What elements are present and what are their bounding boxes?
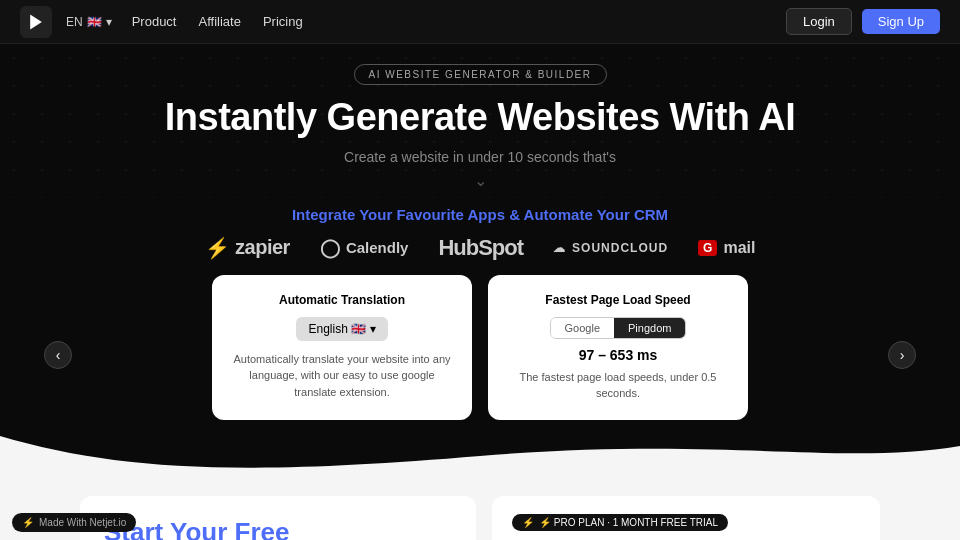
logos-row: ⚡zapier ◯ Calendly HubSpot ☁ SOUNDCLOUD … [0, 235, 960, 261]
navbar: EN 🇬🇧 ▾ Product Affiliate Pricing Login … [0, 0, 960, 44]
chevron-down-icon: ▾ [106, 15, 112, 29]
nav-affiliate[interactable]: Affiliate [198, 14, 240, 29]
translation-card-desc: Automatically translate your website int… [232, 351, 452, 401]
speed-value: 97 – 653 ms [508, 347, 728, 363]
hero-badge: AI WEBSITE GENERATOR & BUILDER [354, 64, 607, 85]
hero-subtitle: Create a website in under 10 seconds tha… [20, 149, 940, 165]
speed-card: Fastest Page Load Speed Google Pingdom 9… [488, 275, 748, 420]
lang-option-label: English 🇬🇧 ▾ [308, 322, 375, 336]
bottom-section: Start Your Free Trial Today! Unlock all … [0, 476, 960, 540]
integrations-heading: Integrate Your Favourite Apps & Automate… [0, 206, 960, 223]
nav-pricing[interactable]: Pricing [263, 14, 303, 29]
footer-note: ⚡ Made With Netjet.io [12, 513, 136, 532]
pro-badge: ⚡ ⚡ PRO PLAN · 1 MONTH FREE TRIAL [512, 514, 728, 531]
netjet-icon: ⚡ [22, 517, 34, 528]
speed-card-title: Fastest Page Load Speed [508, 293, 728, 307]
arrow-down-icon: ⌄ [20, 171, 940, 190]
bolt-icon: ⚡ [522, 517, 534, 528]
wave-divider [0, 436, 960, 476]
next-button[interactable]: › [888, 341, 916, 369]
nav-links: Product Affiliate Pricing [132, 14, 786, 29]
trial-heading: Start Your Free Trial Today! [104, 518, 452, 540]
logo[interactable] [20, 6, 52, 38]
hubspot-logo: HubSpot [438, 235, 523, 261]
hero-title: Instantly Generate Websites With AI [20, 97, 940, 139]
prev-button[interactable]: ‹ [44, 341, 72, 369]
zapier-logo: ⚡zapier [205, 236, 290, 260]
tab-google[interactable]: Google [551, 318, 614, 338]
soundcloud-logo: ☁ SOUNDCLOUD [553, 241, 668, 255]
calendly-logo: ◯ Calendly [320, 237, 409, 259]
cards-section: ‹ Automatic Translation English 🇬🇧 ▾ Aut… [0, 275, 960, 436]
language-dropdown[interactable]: English 🇬🇧 ▾ [296, 317, 387, 341]
speed-tabs: Google Pingdom [550, 317, 687, 339]
nav-product[interactable]: Product [132, 14, 177, 29]
translation-card: Automatic Translation English 🇬🇧 ▾ Autom… [212, 275, 472, 420]
language-selector[interactable]: EN 🇬🇧 ▾ [66, 15, 112, 29]
pricing-card: ⚡ ⚡ PRO PLAN · 1 MONTH FREE TRIAL $0 /Mo… [492, 496, 880, 540]
flag-icon: 🇬🇧 [87, 15, 102, 29]
login-button[interactable]: Login [786, 8, 852, 35]
hero-section: AI WEBSITE GENERATOR & BUILDER Instantly… [0, 44, 960, 198]
footer-text: Made With Netjet.io [39, 517, 126, 528]
tab-pingdom[interactable]: Pingdom [614, 318, 685, 338]
integrations-bar: Integrate Your Favourite Apps & Automate… [0, 198, 960, 275]
translation-card-title: Automatic Translation [232, 293, 452, 307]
trial-card: Start Your Free Trial Today! Unlock all … [80, 496, 476, 540]
gmail-logo: G mail [698, 239, 755, 257]
lang-code: EN [66, 15, 83, 29]
nav-actions: Login Sign Up [786, 8, 940, 35]
speed-desc: The fastest page load speeds, under 0.5 … [508, 369, 728, 402]
signup-button[interactable]: Sign Up [862, 9, 940, 34]
